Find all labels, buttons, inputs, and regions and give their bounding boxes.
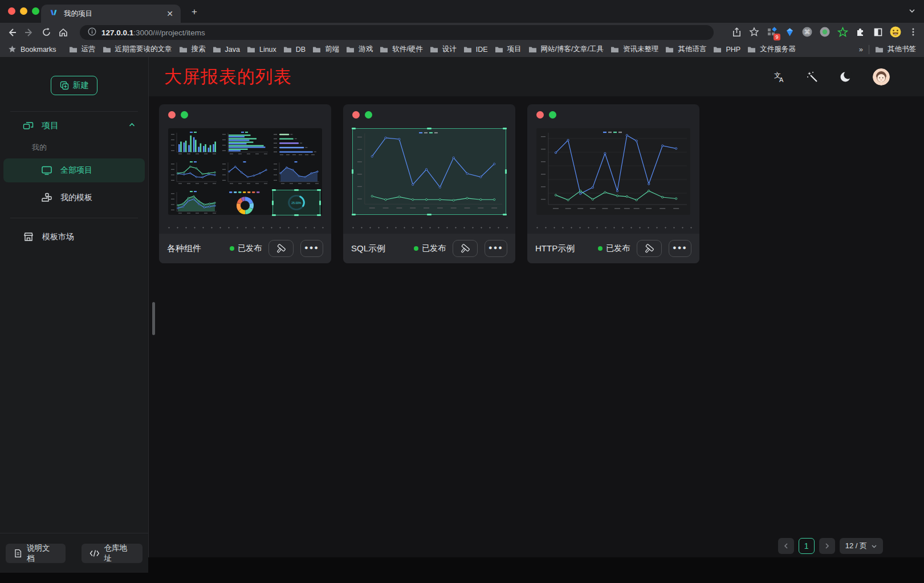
language-icon[interactable]: 文A — [772, 70, 785, 84]
bookmark-star-icon[interactable] — [748, 26, 760, 38]
bookmark-folder[interactable]: 项目 — [495, 44, 522, 54]
extension-gem-icon[interactable] — [783, 26, 796, 38]
more-options-button[interactable]: ●●● — [669, 240, 691, 257]
url-bar[interactable]: 127.0.0.1:3000/#/project/items — [80, 25, 714, 40]
folder-icon — [346, 46, 355, 54]
project-thumbnail[interactable] — [352, 128, 506, 215]
other-bookmarks-folder[interactable]: 其他书签 — [875, 44, 916, 54]
extension-grid-icon[interactable]: 9 — [766, 26, 778, 38]
prev-page-button[interactable] — [778, 538, 794, 554]
url-path: :3000/#/project/items — [133, 28, 205, 37]
toolbar-right-icons: 9 ⌘ — [730, 24, 919, 40]
bookmarks-root[interactable]: Bookmarks — [8, 45, 56, 54]
home-icon[interactable] — [55, 25, 72, 40]
new-tab-button[interactable]: + — [188, 6, 201, 18]
bookmark-folder[interactable]: Java — [213, 44, 240, 54]
sidebar-item-all-projects[interactable]: 全部项目 — [3, 158, 145, 182]
project-thumbnail[interactable]: 25.00% — [168, 128, 322, 215]
new-project-label: 新建 — [73, 80, 89, 91]
project-list-area: 25.00% 各种组件 已发布 ●●● SQL示例 已发布 — [149, 96, 924, 557]
mini-chart — [221, 160, 270, 186]
card-window-dots — [168, 111, 188, 119]
more-options-button[interactable]: ●●● — [485, 240, 507, 257]
extension-puzzle-icon[interactable] — [854, 26, 866, 38]
dotted-divider — [349, 227, 510, 229]
card-window-dots — [352, 111, 372, 119]
more-options-button[interactable]: ●●● — [300, 240, 323, 257]
back-icon[interactable] — [3, 25, 21, 40]
tab-close-icon[interactable]: ✕ — [165, 9, 175, 19]
bookmark-folder[interactable]: 近期需要读的文章 — [103, 44, 172, 54]
project-card[interactable]: SQL示例 已发布 ●●● — [343, 104, 515, 263]
browser-tab[interactable]: 我的项目 ✕ — [41, 5, 181, 23]
magic-wand-icon[interactable] — [805, 70, 819, 84]
sidebar-item-template-market[interactable]: 模板市场 — [0, 224, 148, 250]
bookmark-folder[interactable]: 文件服务器 — [747, 44, 796, 54]
close-window-button[interactable] — [8, 7, 15, 15]
pagination: 1 12 / 页 — [778, 538, 883, 554]
bookmark-folder[interactable]: Linux — [247, 44, 276, 54]
reload-icon[interactable] — [38, 25, 55, 40]
minimize-window-button[interactable] — [20, 7, 27, 15]
edit-hammer-button[interactable] — [637, 240, 662, 257]
sidebar-group-label: 项目 — [42, 120, 59, 131]
browser-menu-icon[interactable] — [907, 26, 919, 38]
extension-record-icon[interactable] — [819, 26, 831, 38]
bookmark-folder[interactable]: 搜索 — [179, 44, 206, 54]
dotted-divider — [165, 227, 325, 229]
chevron-up-icon[interactable] — [128, 121, 136, 131]
sidebar-item-my-templates[interactable]: 我的模板 — [3, 186, 145, 210]
green-dot — [365, 111, 372, 119]
edit-hammer-button[interactable] — [453, 240, 478, 257]
share-icon[interactable] — [730, 26, 743, 38]
bookmark-label: 网站/博客/文章/工具 — [541, 44, 604, 54]
profile-emoji-icon[interactable] — [889, 26, 902, 38]
edit-hammer-button[interactable] — [268, 240, 294, 257]
bookmark-folder[interactable]: 资讯未整理 — [610, 44, 659, 54]
bookmark-folder[interactable]: 其他语言 — [665, 44, 706, 54]
template-blocks-icon — [41, 192, 52, 203]
extension-star-icon[interactable] — [836, 26, 849, 38]
header-icons: 文A — [772, 68, 890, 85]
bookmark-folder[interactable]: 软件/硬件 — [380, 44, 422, 54]
bookmark-label: 其他语言 — [678, 44, 706, 54]
bookmark-label: DB — [296, 46, 306, 54]
extension-halfsquare-icon[interactable] — [872, 26, 884, 38]
folder-icon — [69, 46, 78, 54]
next-page-button[interactable] — [819, 538, 835, 554]
main-panel: 大屏报表的列表 文A — [148, 57, 924, 557]
new-project-button[interactable]: 新建 — [51, 76, 97, 95]
docs-button[interactable]: 说明文档 — [6, 544, 66, 563]
current-page-button[interactable]: 1 — [799, 538, 815, 554]
bookmark-folder[interactable]: 运营 — [69, 44, 96, 54]
bookmark-folder[interactable]: 游戏 — [346, 44, 373, 54]
sidebar: 新建 项目 我的 全部项目 我的模板 模板市场 — [0, 57, 148, 573]
site-info-icon[interactable] — [88, 27, 96, 38]
card-window-dots — [536, 111, 556, 119]
user-avatar[interactable] — [873, 68, 890, 85]
bookmark-folder[interactable]: DB — [283, 44, 306, 54]
forward-icon[interactable] — [21, 25, 38, 40]
bookmark-label: 运营 — [82, 44, 96, 54]
project-card[interactable]: HTTP示例 已发布 ●●● — [527, 104, 699, 263]
extension-command-icon[interactable]: ⌘ — [801, 26, 813, 38]
bookmark-folder[interactable]: 前端 — [312, 44, 339, 54]
scrollbar-thumb[interactable] — [152, 302, 155, 335]
bookmark-folder[interactable]: IDE — [463, 44, 488, 54]
document-icon — [14, 549, 22, 558]
tab-search-chevron-icon[interactable] — [908, 7, 916, 17]
bookmark-folder[interactable]: 设计 — [430, 44, 457, 54]
maximize-window-button[interactable] — [32, 7, 39, 15]
folder-icon — [247, 46, 255, 54]
bookmarks-label: Bookmarks — [21, 46, 56, 54]
bookmarks-overflow-chevron[interactable]: » — [859, 45, 863, 54]
bookmark-folder[interactable]: 网站/博客/文章/工具 — [528, 44, 604, 54]
repo-button[interactable]: 仓库地址 — [82, 544, 143, 563]
sidebar-group-projects[interactable]: 项目 — [0, 112, 148, 139]
bookmark-label: 文件服务器 — [760, 44, 796, 54]
dark-mode-moon-icon[interactable] — [839, 70, 853, 84]
project-thumbnail[interactable] — [536, 128, 690, 215]
page-size-select[interactable]: 12 / 页 — [840, 538, 883, 554]
bookmark-folder[interactable]: PHP — [713, 44, 740, 54]
project-card[interactable]: 25.00% 各种组件 已发布 ●●● — [159, 104, 331, 263]
